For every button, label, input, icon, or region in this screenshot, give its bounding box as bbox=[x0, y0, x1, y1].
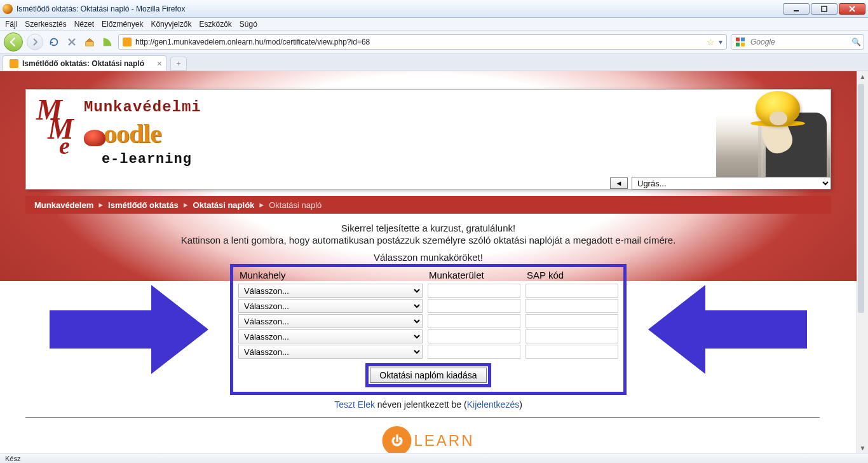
menu-file[interactable]: Fájl bbox=[5, 20, 17, 29]
moodle-logo: oodle bbox=[84, 118, 201, 149]
forward-button[interactable] bbox=[27, 34, 43, 50]
status-text: Kész bbox=[5, 455, 20, 462]
firefox-icon bbox=[3, 4, 13, 14]
crumb-3[interactable]: Oktatási naplók bbox=[193, 200, 255, 210]
workplace-select[interactable]: Válasszon... bbox=[238, 284, 423, 298]
header-panel: MMe Munkavédelmi oodle e-learning bbox=[25, 89, 831, 190]
browser-menubar: Fájl Szerkesztés Nézet Előzmények Könyvj… bbox=[0, 18, 868, 31]
header-art bbox=[716, 90, 831, 189]
sapcode-input[interactable] bbox=[526, 284, 618, 298]
crumb-2[interactable]: Ismétlődő oktatás bbox=[108, 200, 179, 210]
jump-select[interactable]: Ugrás... bbox=[632, 177, 831, 190]
svg-rect-9 bbox=[741, 43, 745, 46]
svg-rect-7 bbox=[741, 38, 745, 41]
sapcode-input[interactable] bbox=[526, 314, 618, 328]
back-button[interactable] bbox=[4, 32, 23, 52]
window-titlebar: Ismétlődő oktatás: Oktatási napló - Mozi… bbox=[0, 0, 868, 18]
workplace-select[interactable]: Válasszon... bbox=[238, 299, 423, 313]
url-dropdown-icon[interactable]: ▾ bbox=[719, 38, 722, 46]
vertical-scrollbar[interactable]: ▲ ▼ bbox=[857, 71, 868, 453]
helmet-icon bbox=[84, 130, 105, 146]
onlearn-text: LEARN bbox=[414, 432, 474, 450]
crumb-1[interactable]: Munkavédelem bbox=[34, 200, 93, 210]
menu-tools[interactable]: Eszközök bbox=[199, 20, 231, 29]
browser-toolbar: http://gen1.munkavedelem.onlearn.hu/mod/… bbox=[0, 31, 868, 53]
jump-prev-button[interactable]: ◄ bbox=[610, 177, 628, 189]
menu-history[interactable]: Előzmények bbox=[102, 20, 143, 29]
breadcrumb: Munkavédelem ► Ismétlődő oktatás ► Oktat… bbox=[25, 196, 831, 214]
tab-title: Ismétlődő oktatás: Oktatási napló bbox=[22, 59, 144, 68]
menu-view[interactable]: Nézet bbox=[74, 20, 94, 29]
copy-line-1: Sikerrel teljesítette a kurzust, gratulá… bbox=[0, 223, 857, 233]
scroll-thumb[interactable] bbox=[858, 84, 864, 313]
svg-marker-10 bbox=[50, 285, 208, 374]
crumb-current: Oktatási napló bbox=[269, 200, 322, 210]
crumb-sep-icon: ► bbox=[258, 201, 265, 209]
sapcode-input[interactable] bbox=[526, 345, 618, 359]
search-bar[interactable]: 🔍 bbox=[731, 34, 864, 50]
scroll-up-icon[interactable]: ▲ bbox=[858, 71, 868, 81]
crumb-sep-icon: ► bbox=[182, 201, 189, 209]
window-close-button[interactable] bbox=[839, 3, 865, 15]
arrow-left-icon bbox=[648, 285, 807, 374]
new-tab-button[interactable]: + bbox=[170, 57, 187, 71]
tab-close-icon[interactable]: × bbox=[157, 59, 162, 68]
login-status: Teszt Elek néven jelentkezett be (Kijele… bbox=[0, 399, 857, 410]
workarea-input[interactable] bbox=[428, 329, 520, 343]
col-header-workplace: Munkahely bbox=[236, 268, 425, 283]
window-maximize-button[interactable] bbox=[811, 3, 837, 15]
url-text: http://gen1.munkavedelem.onlearn.hu/mod/… bbox=[135, 38, 703, 46]
arrow-right-icon bbox=[50, 285, 208, 374]
login-mid: néven jelentkezett be ( bbox=[375, 399, 467, 410]
workarea-input[interactable] bbox=[428, 345, 520, 359]
bookmark-star-icon[interactable]: ☆ bbox=[707, 37, 715, 47]
issue-certificate-button[interactable]: Oktatási naplóm kiadása bbox=[370, 368, 486, 383]
header-line-1: Munkavédelmi bbox=[84, 99, 201, 116]
sapcode-input[interactable] bbox=[526, 329, 618, 343]
sapcode-input[interactable] bbox=[526, 299, 618, 313]
menu-bookmarks[interactable]: Könyvjelzők bbox=[151, 20, 191, 29]
svg-marker-11 bbox=[648, 285, 807, 374]
workplace-select[interactable]: Válasszon... bbox=[238, 329, 423, 343]
window-title: Ismétlődő oktatás: Oktatási napló - Mozi… bbox=[17, 4, 185, 13]
feedly-icon[interactable] bbox=[100, 35, 114, 49]
menu-help[interactable]: Súgó bbox=[240, 20, 257, 29]
reload-button[interactable] bbox=[47, 35, 61, 49]
moodle-text: oodle bbox=[104, 118, 161, 149]
workarea-input[interactable] bbox=[428, 284, 520, 298]
menu-edit[interactable]: Szerkesztés bbox=[25, 20, 66, 29]
google-icon bbox=[735, 37, 745, 47]
col-header-workarea: Munkaterület bbox=[425, 268, 523, 283]
site-favicon bbox=[123, 38, 132, 46]
workplace-select[interactable]: Válasszon... bbox=[238, 314, 423, 328]
onlearn-circle: ⏻ bbox=[382, 426, 411, 453]
address-bar[interactable]: http://gen1.munkavedelem.onlearn.hu/mod/… bbox=[118, 34, 727, 50]
workplace-select[interactable]: Válasszon... bbox=[238, 345, 423, 359]
onlearn-logo: ⏻ LEARN bbox=[382, 426, 474, 453]
logo-monogram: MMe bbox=[36, 99, 74, 151]
browser-tab[interactable]: Ismétlődő oktatás: Oktatási napló × bbox=[3, 55, 166, 71]
header-line-3: e-learning bbox=[102, 151, 201, 167]
crumb-sep-icon: ► bbox=[97, 201, 104, 209]
stop-button[interactable] bbox=[65, 35, 79, 49]
window-minimize-button[interactable] bbox=[783, 3, 810, 15]
issue-button-highlight: Oktatási naplóm kiadása bbox=[365, 363, 491, 387]
footer-divider bbox=[25, 417, 820, 418]
status-bar: Kész bbox=[0, 453, 868, 463]
svg-rect-1 bbox=[822, 6, 827, 11]
svg-rect-6 bbox=[736, 38, 740, 41]
copy-line-3: Válasszon munkaköröket! bbox=[0, 252, 857, 263]
home-button[interactable] bbox=[83, 35, 97, 49]
search-input[interactable] bbox=[749, 37, 848, 47]
scroll-down-icon[interactable]: ▼ bbox=[858, 443, 868, 453]
workarea-input[interactable] bbox=[428, 299, 520, 313]
svg-rect-8 bbox=[736, 43, 740, 46]
workarea-input[interactable] bbox=[428, 314, 520, 328]
search-go-icon[interactable]: 🔍 bbox=[851, 38, 861, 46]
login-end: ) bbox=[519, 399, 522, 410]
logout-link[interactable]: Kijelentkezés bbox=[467, 399, 520, 410]
page-content: MMe Munkavédelmi oodle e-learning bbox=[0, 71, 857, 453]
col-header-sapcode: SAP kód bbox=[523, 268, 621, 283]
jump-bar: ◄ Ugrás... bbox=[610, 177, 831, 190]
user-link[interactable]: Teszt Elek bbox=[334, 399, 375, 410]
